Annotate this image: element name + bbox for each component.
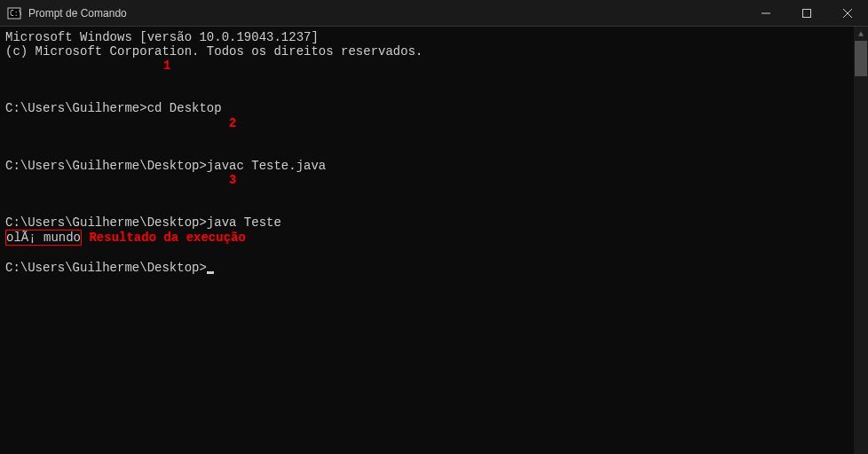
annotation-result: Resultado da execução xyxy=(89,231,245,245)
output-line: olÃ¡ mundo Resultado da execução xyxy=(5,230,863,246)
cmd-3: java Teste xyxy=(207,215,281,230)
prompt-line-4: C:\Users\Guilherme\Desktop> xyxy=(5,261,863,275)
cmd-2: javac Teste.java xyxy=(207,159,326,173)
blank-line: 3 xyxy=(5,173,863,215)
title-bar: C:\ Prompt de Comando xyxy=(0,0,868,27)
blank-line: 2 xyxy=(5,116,863,159)
minimize-button[interactable] xyxy=(746,0,786,27)
close-button[interactable] xyxy=(827,0,868,27)
svg-rect-3 xyxy=(803,10,811,18)
window-title: Prompt de Comando xyxy=(28,7,127,20)
annotation-3: 3 xyxy=(229,173,236,187)
cmd-1: cd Desktop xyxy=(147,101,222,115)
prompt-3: C:\Users\Guilherme\Desktop> xyxy=(5,215,207,230)
command-line-1: C:\Users\Guilherme>cd Desktop xyxy=(5,101,863,115)
output-text: olÃ¡ mundo xyxy=(5,230,82,246)
window-controls xyxy=(746,0,868,26)
command-line-3: C:\Users\Guilherme\Desktop>java Teste xyxy=(5,215,863,230)
prompt-1: C:\Users\Guilherme> xyxy=(5,101,147,115)
cursor xyxy=(207,271,214,274)
command-line-2: C:\Users\Guilherme\Desktop>javac Teste.j… xyxy=(5,159,863,173)
header-line-1: Microsoft Windows [versão 10.0.19043.123… xyxy=(5,30,863,44)
scroll-thumb[interactable] xyxy=(855,41,867,76)
annotation-2: 2 xyxy=(229,116,236,130)
prompt-4: C:\Users\Guilherme\Desktop> xyxy=(5,261,207,275)
blank-line xyxy=(5,246,863,260)
scroll-up-arrow[interactable]: ▲ xyxy=(854,27,868,41)
blank-line: 1 xyxy=(5,59,863,101)
cmd-icon: C:\ xyxy=(7,6,21,20)
header-line-2: (c) Microsoft Corporation. Todos os dire… xyxy=(5,44,863,59)
maximize-button[interactable] xyxy=(786,0,827,27)
prompt-2: C:\Users\Guilherme\Desktop> xyxy=(5,159,207,173)
title-left: C:\ Prompt de Comando xyxy=(0,6,127,20)
scrollbar[interactable]: ▲ xyxy=(854,27,868,454)
svg-text:C:\: C:\ xyxy=(10,10,21,18)
annotation-1: 1 xyxy=(163,59,170,73)
terminal-area[interactable]: Microsoft Windows [versão 10.0.19043.123… xyxy=(0,27,868,454)
